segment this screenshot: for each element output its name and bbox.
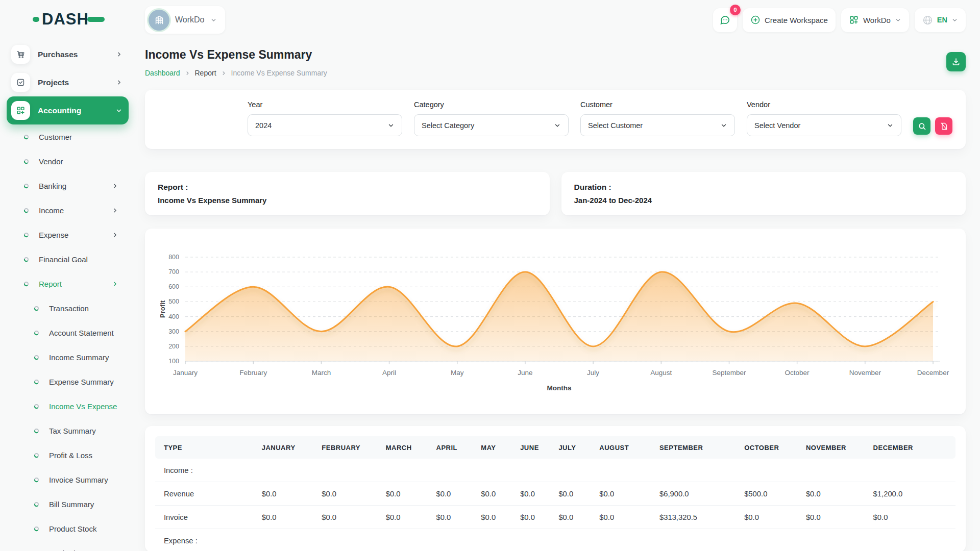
svg-text:600: 600 xyxy=(168,283,179,290)
svg-text:October: October xyxy=(785,369,810,377)
bullet-icon xyxy=(34,404,39,409)
app-root: DASH PurchasesProjectsAccountingCustomer… xyxy=(0,0,980,551)
svg-text:November: November xyxy=(849,369,881,377)
sidebar-item-label: Account Statement xyxy=(49,329,118,337)
workdo-menu-button[interactable]: WorkDo xyxy=(841,8,909,32)
table-cell: $0.0 xyxy=(477,482,516,506)
workspace-name: WorkDo xyxy=(175,15,205,24)
table-cell: $0.0 xyxy=(740,506,802,529)
table-cell: $0.0 xyxy=(869,506,955,529)
file-off-icon xyxy=(940,122,948,131)
column-header-type: TYPE xyxy=(155,436,258,459)
bullet-icon xyxy=(23,281,29,287)
sidebar-item-cash-flow[interactable]: Cash Flow xyxy=(7,541,129,551)
filter-card: Year 2024 Category Select Category Custo… xyxy=(145,90,966,149)
bullet-icon xyxy=(23,257,29,262)
svg-text:400: 400 xyxy=(168,313,179,320)
svg-text:February: February xyxy=(239,369,267,377)
svg-text:500: 500 xyxy=(168,298,179,305)
messages-count-badge: 0 xyxy=(730,5,741,15)
messages-button[interactable]: 0 xyxy=(713,8,737,32)
table-cell: $0.0 xyxy=(432,482,477,506)
chevron-right-icon xyxy=(112,232,118,238)
chevron-down-icon xyxy=(951,17,958,23)
sidebar-item-financial-goal[interactable]: Financial Goal xyxy=(7,247,129,271)
chevron-down-icon xyxy=(554,122,561,129)
sidebar-item-income[interactable]: Income xyxy=(7,198,129,222)
sidebar-item-customer[interactable]: Customer xyxy=(7,124,129,149)
download-report-button[interactable] xyxy=(946,52,966,71)
grid-plus-icon xyxy=(11,101,30,120)
bullet-icon xyxy=(34,477,39,483)
chat-icon xyxy=(719,14,730,26)
bullet-icon xyxy=(23,232,29,238)
sidebar-item-invoice-summary[interactable]: Invoice Summary xyxy=(7,467,129,492)
bullet-icon xyxy=(34,526,39,532)
sidebar-item-profit-loss[interactable]: Profit & Loss xyxy=(7,443,129,467)
breadcrumb-report-link[interactable]: Report xyxy=(195,69,216,77)
language-selector[interactable]: EN xyxy=(915,8,966,32)
profit-area-chart: 800700600500400300200100JanuaryFebruaryM… xyxy=(157,239,953,405)
column-header-september: SEPTEMBER xyxy=(655,436,740,459)
table-cell: $0.0 xyxy=(382,482,432,506)
create-workspace-button[interactable]: Create Workspace xyxy=(743,8,836,32)
page-title: Income Vs Expense Summary xyxy=(145,48,327,62)
download-icon xyxy=(951,57,961,66)
breadcrumb-dashboard-link[interactable]: Dashboard xyxy=(145,69,180,77)
sidebar-item-label: Purchases xyxy=(38,50,108,59)
sidebar-item-banking[interactable]: Banking xyxy=(7,173,129,198)
table-cell: $0.0 xyxy=(595,506,655,529)
sidebar-item-purchases[interactable]: Purchases xyxy=(7,40,129,68)
vendor-select[interactable]: Select Vendor xyxy=(747,114,901,136)
column-header-february: FEBRUARY xyxy=(317,436,381,459)
customer-select[interactable]: Select Customer xyxy=(580,114,735,136)
sidebar-item-accounting[interactable]: Accounting xyxy=(7,96,129,124)
brand-logo[interactable]: DASH xyxy=(33,11,135,27)
sidebar-item-expense-summary[interactable]: Expense Summary xyxy=(7,369,129,394)
filter-buttons xyxy=(913,117,952,135)
chevron-down-icon xyxy=(895,17,901,23)
svg-text:Profit: Profit xyxy=(159,300,166,318)
bullet-icon xyxy=(34,306,39,311)
report-summary-card: Report : Income Vs Expense Summary xyxy=(145,172,550,215)
sidebar-item-expense[interactable]: Expense xyxy=(7,222,129,247)
chevron-right-icon xyxy=(116,79,122,86)
sidebar-item-label: Vendor xyxy=(39,157,118,166)
bullet-icon xyxy=(34,355,39,360)
table-cell: $0.0 xyxy=(477,506,516,529)
svg-text:300: 300 xyxy=(168,328,179,335)
table-cell: $0.0 xyxy=(802,506,869,529)
building-icon xyxy=(154,14,165,26)
sidebar-item-report[interactable]: Report xyxy=(7,271,129,296)
logo-dot-icon xyxy=(33,17,39,22)
topbar: WorkDo 0 Create Workspace WorkDo xyxy=(145,0,966,36)
sidebar-item-bill-summary[interactable]: Bill Summary xyxy=(7,492,129,516)
sidebar-item-label: Income Summary xyxy=(49,353,118,362)
sidebar-item-vendor[interactable]: Vendor xyxy=(7,149,129,173)
year-select[interactable]: 2024 xyxy=(248,114,402,136)
sidebar-item-product-stock[interactable]: Product Stock xyxy=(7,516,129,541)
table-cell: $0.0 xyxy=(258,506,318,529)
chevron-down-icon xyxy=(115,107,122,114)
year-select-value: 2024 xyxy=(255,121,387,130)
sidebar-item-label: Projects xyxy=(38,78,108,87)
apply-filter-button[interactable] xyxy=(913,117,930,135)
reset-filter-button[interactable] xyxy=(935,117,952,135)
workspace-selector[interactable]: WorkDo xyxy=(145,6,225,34)
table-row-revenue: Revenue$0.0$0.0$0.0$0.0$0.0$0.0$0.0$0.0$… xyxy=(155,482,955,506)
category-label: Category xyxy=(414,101,569,109)
sidebar-item-projects[interactable]: Projects xyxy=(7,68,129,96)
sidebar-item-account-statement[interactable]: Account Statement xyxy=(7,320,129,345)
sidebar-item-tax-summary[interactable]: Tax Summary xyxy=(7,418,129,443)
cart-icon xyxy=(11,45,30,64)
sidebar-item-transaction[interactable]: Transaction xyxy=(7,296,129,320)
category-select[interactable]: Select Category xyxy=(414,114,569,136)
sidebar-item-income-vs-expense[interactable]: Income Vs Expense xyxy=(7,394,129,418)
table-group-row-income: Income : xyxy=(155,459,955,482)
sidebar-item-label: Expense xyxy=(39,231,102,239)
sidebar-item-income-summary[interactable]: Income Summary xyxy=(7,345,129,369)
column-header-january: JANUARY xyxy=(258,436,318,459)
svg-text:April: April xyxy=(382,369,396,377)
bullet-icon xyxy=(34,453,39,458)
column-header-may: MAY xyxy=(477,436,516,459)
